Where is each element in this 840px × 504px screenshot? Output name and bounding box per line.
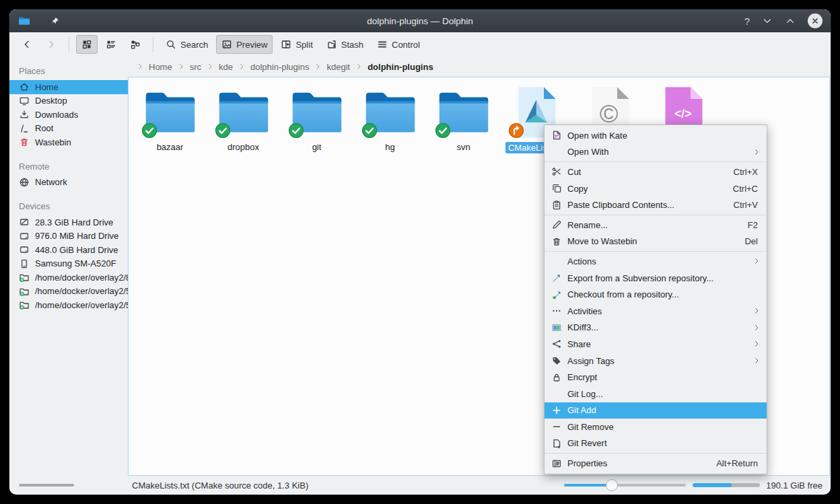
split-button[interactable]: Split <box>275 35 318 54</box>
menu-item-git-add[interactable]: Git Add <box>545 402 767 419</box>
stash-label: Stash <box>341 40 363 50</box>
control-label: Control <box>392 40 420 50</box>
breadcrumb-segment[interactable]: kde <box>219 62 233 72</box>
root-icon <box>19 123 30 134</box>
sidebar-item-overlay-1[interactable]: /home/docker/overlay2/8 <box>9 271 128 285</box>
menu-item-svn-checkout[interactable]: Checkout from a repository... <box>545 286 767 303</box>
chevron-right-icon <box>136 63 144 71</box>
menu-item-encrypt[interactable]: Encrypt <box>545 369 767 386</box>
submenu-chevron-right-icon <box>753 324 761 332</box>
menu-item-cut[interactable]: CutCtrl+X <box>545 164 767 180</box>
search-label: Search <box>180 40 208 50</box>
search-icon <box>166 39 176 50</box>
minimize-button-chevron-down-icon[interactable] <box>762 15 773 26</box>
menu-item-properties[interactable]: PropertiesAlt+Return <box>545 455 767 472</box>
compact-view-button[interactable] <box>100 35 122 54</box>
svg-text:</>: </> <box>674 107 691 120</box>
menu-item-assign-tags[interactable]: Assign Tags <box>545 353 767 369</box>
kdiff3-icon <box>551 322 562 333</box>
sidebar-item-network[interactable]: Network <box>9 176 128 190</box>
control-button[interactable]: Control <box>372 35 425 54</box>
menu-item-shortcut: Ctrl+C <box>733 184 761 194</box>
sidebar-item-home[interactable]: Home <box>9 80 128 94</box>
close-button[interactable] <box>808 13 823 28</box>
share-icon <box>551 338 562 349</box>
copy-icon <box>551 183 562 194</box>
zoom-slider-handle[interactable] <box>606 479 618 491</box>
submenu-chevron-right-icon <box>753 257 761 265</box>
breadcrumb-segment[interactable]: Home <box>149 62 172 72</box>
sidebar-item-wastebin[interactable]: Wastebin <box>9 135 128 149</box>
places-horizontal-scrollbar[interactable] <box>19 484 74 487</box>
menu-item-open-with-kate[interactable]: Open with Kate <box>545 127 767 144</box>
sidebar-item-overlay-3[interactable]: /home/docker/overlay2/5 <box>9 298 128 312</box>
icons-view-button[interactable] <box>76 35 98 54</box>
dolphin-window: dolphin-plugins — Dolphin ? Search Previ… <box>9 9 831 495</box>
submenu-chevron-right-icon <box>753 307 761 315</box>
menu-item-git-log[interactable]: Git Log... <box>545 386 767 402</box>
downloads-icon <box>19 109 30 120</box>
breadcrumb-segment[interactable]: src <box>190 62 201 72</box>
menu-item-rename[interactable]: Rename...F2 <box>545 217 767 233</box>
sidebar-item-overlay-2[interactable]: /home/docker/overlay2/5 <box>9 285 128 299</box>
menu-separator <box>545 251 767 252</box>
menu-item-actions[interactable]: Actions <box>545 253 767 270</box>
menu-item-activities[interactable]: Activities <box>545 303 767 320</box>
help-button[interactable]: ? <box>744 15 750 27</box>
menu-item-label: Git Add <box>567 405 596 415</box>
sidebar-item-drive-28gib[interactable]: 28.3 GiB Hard Drive <box>9 215 128 229</box>
menu-item-git-remove[interactable]: Git Remove <box>545 419 767 435</box>
folder-item-bazaar[interactable]: bazaar <box>136 85 204 152</box>
folder-item-svn[interactable]: svn <box>429 85 497 152</box>
breadcrumb: Home src kde dolphin-plugins kdegit dolp… <box>128 57 831 77</box>
details-view-icon <box>130 39 141 50</box>
breadcrumb-segment[interactable]: kdegit <box>326 62 350 72</box>
zoom-slider[interactable] <box>564 479 686 491</box>
breadcrumb-segment[interactable]: dolphin-plugins <box>250 62 309 72</box>
menu-item-open-with[interactable]: Open With <box>545 144 767 161</box>
details-view-button[interactable] <box>125 35 146 54</box>
menu-item-copy[interactable]: CopyCtrl+C <box>545 180 767 197</box>
sidebar-item-phone[interactable]: Samsung SM-A520F <box>9 257 128 271</box>
forward-button[interactable] <box>40 35 62 54</box>
sidebar-item-label: 448.0 GiB Hard Drive <box>35 245 118 255</box>
sidebar-item-drive-976mib[interactable]: 976.0 MiB Hard Drive <box>9 229 128 244</box>
titlebar[interactable]: dolphin-plugins — Dolphin ? <box>9 9 831 32</box>
mounted-folder-icon <box>19 272 30 283</box>
menu-item-paste[interactable]: Paste Clipboard Contents...Ctrl+V <box>545 196 767 213</box>
folder-item-hg[interactable]: hg <box>356 85 424 152</box>
menu-item-svn-export[interactable]: Export from a Subversion repository... <box>545 270 767 287</box>
menu-item-shortcut: Ctrl+X <box>734 167 761 177</box>
stash-button[interactable]: Stash <box>321 35 369 54</box>
folder-item-git[interactable]: git <box>283 85 351 152</box>
sidebar-item-label: /home/docker/overlay2/5 <box>35 286 128 296</box>
vcs-normal-emblem-icon <box>215 123 230 138</box>
sidebar-item-drive-448gib[interactable]: 448.0 GiB Hard Drive <box>9 243 128 257</box>
hamburger-icon <box>377 39 388 50</box>
folder-label: dropbox <box>228 142 259 152</box>
search-button[interactable]: Search <box>160 35 213 54</box>
properties-icon <box>551 458 562 469</box>
rename-icon <box>551 219 562 230</box>
zoom-slider-fill <box>564 484 612 487</box>
sidebar-item-root[interactable]: Root <box>9 122 128 136</box>
menu-item-label: Paste Clipboard Contents... <box>567 200 674 210</box>
preview-button[interactable]: Preview <box>216 35 273 54</box>
maximize-button-chevron-up-icon[interactable] <box>785 15 796 26</box>
menu-item-git-revert[interactable]: Git Revert <box>545 435 767 452</box>
disk-usage-bar <box>693 483 760 487</box>
menu-item-move-to-wastebin[interactable]: Move to WastebinDel <box>545 233 767 250</box>
sidebar-item-downloads[interactable]: Downloads <box>9 108 128 122</box>
folder-item-dropbox[interactable]: dropbox <box>209 85 277 152</box>
folder-label: bazaar <box>157 142 184 152</box>
breadcrumb-current[interactable]: dolphin-plugins <box>368 62 433 72</box>
home-icon <box>19 81 30 92</box>
menu-item-kdiff3[interactable]: KDiff3... <box>545 320 767 336</box>
menu-item-share[interactable]: Share <box>545 336 767 353</box>
pin-icon <box>50 16 60 26</box>
back-button[interactable] <box>16 35 38 54</box>
menu-item-label: Copy <box>567 184 588 194</box>
sidebar-item-label: Network <box>35 177 67 187</box>
sidebar-item-desktop[interactable]: Desktop <box>9 94 128 108</box>
split-icon <box>281 39 291 50</box>
